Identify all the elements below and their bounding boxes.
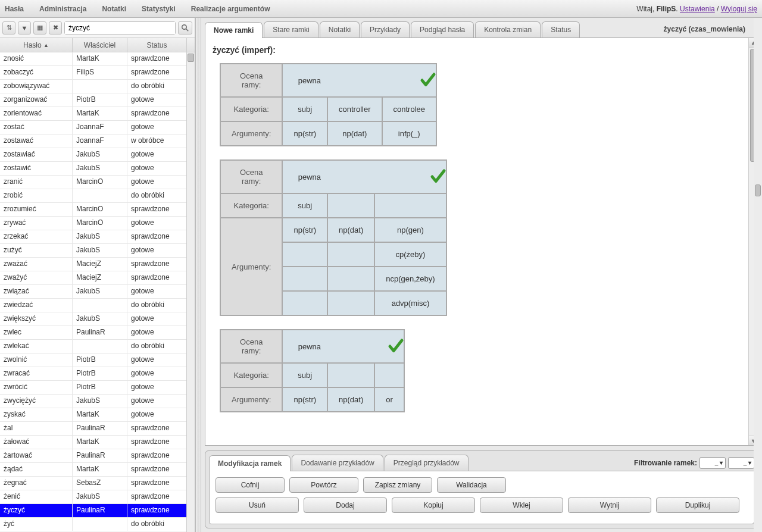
btn-zapisz-zmiany[interactable]: Zapisz zmiany: [363, 477, 432, 493]
nav-item-1[interactable]: Administracja: [39, 5, 86, 13]
frame-kategoria-cell[interactable]: subj: [282, 97, 327, 121]
table-row[interactable]: zważyćMaciejZsprawdzone: [0, 271, 195, 285]
btn-duplikuj[interactable]: Duplikuj: [656, 497, 739, 513]
frame-ocena-value[interactable]: pewna: [282, 64, 436, 97]
frame-argument-cell[interactable]: infp(_): [382, 121, 436, 146]
frame-argument-cell[interactable]: [282, 242, 327, 267]
left-scroll-thumb[interactable]: [188, 54, 194, 62]
frame-kategoria-cell[interactable]: [374, 363, 404, 387]
table-row[interactable]: zwiększyćJakubSgotowe: [0, 312, 195, 326]
nav-item-4[interactable]: Realizacje argumentów: [191, 5, 270, 13]
tab-notatki[interactable]: Notatki: [320, 21, 360, 37]
table-row[interactable]: zrobićdo obróbki: [0, 189, 195, 203]
frame-kategoria-cell[interactable]: subj: [282, 363, 327, 387]
table-row[interactable]: żartowaćPaulinaRsprawdzone: [0, 449, 195, 463]
page-right-rail[interactable]: [754, 18, 762, 532]
page-right-nub[interactable]: [755, 184, 761, 196]
column-status[interactable]: Status: [127, 38, 187, 52]
bottom-tab-2[interactable]: Przegląd przykładów: [385, 455, 469, 471]
frame-kategoria-cell[interactable]: controller: [327, 97, 382, 121]
btn-kopiuj[interactable]: Kopiuj: [392, 497, 475, 513]
frame-argument-cell[interactable]: [282, 267, 327, 291]
frame-argument-cell[interactable]: or: [374, 387, 404, 412]
table-row[interactable]: zwracaćPiotrBgotowe: [0, 367, 195, 381]
btn-powtórz[interactable]: Powtórz: [289, 477, 358, 493]
table-row[interactable]: zwolnićPiotrBgotowe: [0, 353, 195, 367]
frame-kategoria-cell[interactable]: controlee: [382, 97, 436, 121]
nav-item-0[interactable]: Hasła: [5, 5, 24, 13]
grid-icon[interactable]: ▦: [33, 21, 46, 35]
table-row[interactable]: zwiedzaćdo obróbki: [0, 299, 195, 312]
table-row[interactable]: związaćJakubSgotowe: [0, 285, 195, 299]
column-haslo[interactable]: Hasło ▲: [0, 38, 73, 52]
filter-select-2[interactable]: _ ▾: [728, 457, 754, 469]
frame-argument-cell[interactable]: ncp(gen,żeby): [374, 267, 446, 291]
frame-argument-cell[interactable]: cp(żeby): [374, 242, 446, 267]
search-button[interactable]: [178, 21, 192, 35]
table-row[interactable]: żyćdo obróbki: [0, 518, 195, 531]
logout-link[interactable]: Wyloguj się: [721, 5, 757, 13]
clear-icon[interactable]: ✖: [49, 21, 62, 35]
table-row[interactable]: zwlecPaulinaRgotowe: [0, 326, 195, 340]
btn-dodaj[interactable]: Dodaj: [304, 497, 387, 513]
filter-icon[interactable]: ▼: [18, 21, 31, 35]
table-row[interactable]: zwrócićPiotrBgotowe: [0, 381, 195, 395]
table-row[interactable]: żenićJakubSsprawdzone: [0, 490, 195, 504]
table-row[interactable]: zostaćJoannaFgotowe: [0, 121, 195, 134]
table-row[interactable]: zobaczyćFilipSsprawdzone: [0, 66, 195, 80]
tab-podgląd-hasła[interactable]: Podgląd hasła: [411, 21, 474, 37]
frame-kategoria-cell[interactable]: subj: [282, 193, 327, 218]
frame-argument-cell[interactable]: advp(misc): [374, 291, 446, 315]
column-wlasciciel[interactable]: Właściciel: [73, 38, 127, 52]
table-row[interactable]: zostawaćJoannaFw obróbce: [0, 134, 195, 148]
table-row[interactable]: żegnaćSebasZsprawdzone: [0, 477, 195, 490]
vertical-splitter[interactable]: [195, 18, 201, 532]
table-row[interactable]: znosićMartaKsprawdzone: [0, 52, 195, 66]
table-row[interactable]: zorientowaćMartaKsprawdzone: [0, 107, 195, 121]
frame-argument-cell[interactable]: np(dat): [327, 121, 382, 146]
btn-usuń[interactable]: Usuń: [216, 497, 299, 513]
frame-argument-cell[interactable]: np(gen): [374, 218, 446, 242]
settings-link[interactable]: Ustawienia: [680, 5, 715, 13]
table-row[interactable]: zranićMarcinOgotowe: [0, 176, 195, 189]
frame-argument-cell[interactable]: np(str): [282, 121, 327, 146]
frame-argument-cell[interactable]: np(str): [282, 218, 327, 242]
table-row[interactable]: zostawićJakubSgotowe: [0, 162, 195, 176]
frame-ocena-value[interactable]: pewna: [282, 160, 446, 193]
table-row[interactable]: zużyćJakubSgotowe: [0, 244, 195, 258]
table-row[interactable]: żądaćMartaKsprawdzone: [0, 463, 195, 477]
table-row[interactable]: żałowaćMartaKsprawdzone: [0, 436, 195, 449]
filter-select-1[interactable]: _ ▾: [699, 457, 726, 469]
frame-kategoria-cell[interactable]: [327, 363, 374, 387]
table-row[interactable]: zrzekaćJakubSsprawdzone: [0, 230, 195, 244]
frame-argument-cell[interactable]: np(dat): [327, 218, 374, 242]
frame-argument-cell[interactable]: np(str): [282, 387, 327, 412]
nav-item-3[interactable]: Statystyki: [142, 5, 176, 13]
table-row[interactable]: zrozumiećMarcinOsprawdzone: [0, 203, 195, 217]
frame-argument-cell[interactable]: np(dat): [327, 387, 374, 412]
frame-argument-cell[interactable]: [327, 242, 374, 267]
sort-icon[interactable]: ⇅: [2, 21, 15, 35]
tab-nowe-ramki[interactable]: Nowe ramki: [205, 22, 263, 38]
table-row[interactable]: zyskaćMartaKgotowe: [0, 408, 195, 422]
btn-wklej[interactable]: Wklej: [480, 497, 563, 513]
table-row[interactable]: zważaćMaciejZsprawdzone: [0, 258, 195, 271]
frame-argument-cell[interactable]: [327, 291, 374, 315]
table-row[interactable]: zostawiaćJakubSgotowe: [0, 148, 195, 162]
frame-kategoria-cell[interactable]: [374, 193, 446, 218]
tab-przykłady[interactable]: Przykłady: [361, 21, 410, 37]
tab-stare-ramki[interactable]: Stare ramki: [264, 21, 318, 37]
table-row[interactable]: zwyciężyćJakubSgotowe: [0, 395, 195, 408]
tab-status[interactable]: Status: [542, 21, 580, 37]
table-row[interactable]: żalPaulinaRsprawdzone: [0, 422, 195, 436]
btn-walidacja[interactable]: Walidacja: [437, 477, 506, 493]
left-scrollbar[interactable]: [186, 52, 195, 532]
search-input[interactable]: [65, 22, 175, 34]
frame-argument-cell[interactable]: [327, 267, 374, 291]
frame-kategoria-cell[interactable]: [327, 193, 374, 218]
frame-argument-cell[interactable]: [282, 291, 327, 315]
table-row[interactable]: zobowiązywaćdo obróbki: [0, 80, 195, 93]
table-row[interactable]: zrywaćMarcinOgotowe: [0, 217, 195, 230]
table-row[interactable]: życzyćPaulinaRsprawdzone: [0, 504, 195, 518]
tab-kontrola-zmian[interactable]: Kontrola zmian: [475, 21, 541, 37]
